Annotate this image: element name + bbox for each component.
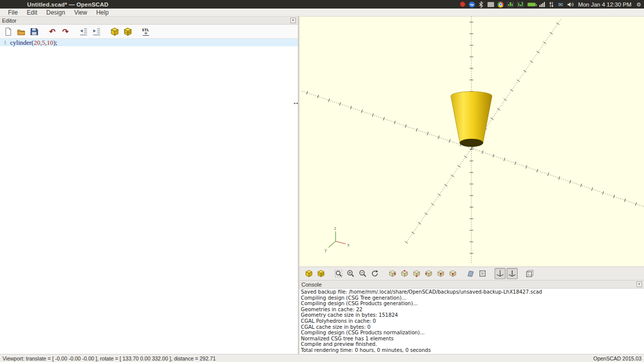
y-axis-label: y — [325, 248, 327, 252]
view-bottom-button[interactable] — [411, 268, 422, 279]
system-monitor-icon[interactable] — [507, 2, 514, 7]
messaging-icon[interactable]: ✉ — [558, 1, 564, 8]
menu-view[interactable]: View — [69, 9, 92, 16]
export-stl-icon: STL — [141, 27, 151, 36]
preview-cube-icon — [110, 27, 119, 36]
unindent-button[interactable] — [77, 26, 90, 38]
render-view-button[interactable] — [315, 268, 327, 279]
view-left-button[interactable] — [423, 268, 434, 279]
3d-viewport[interactable]: z x y — [299, 17, 644, 266]
magnifier-plus-icon — [347, 269, 355, 278]
show-scale-markers-button[interactable] — [507, 268, 518, 279]
menu-edit[interactable]: Edit — [22, 9, 42, 16]
surfaces-icon — [466, 269, 474, 278]
show-wireframe-button[interactable] — [477, 268, 488, 279]
view-left-icon — [425, 269, 433, 278]
console-line: Geometry cache size in bytes: 151824 — [301, 312, 643, 318]
viewport-status-text: Viewport: translate = [ -0.00 -0.00 -0.0… — [3, 355, 216, 361]
x-axis-label: x — [347, 243, 350, 247]
view-back-icon — [449, 269, 457, 278]
zoom-in-button[interactable] — [345, 268, 356, 279]
save-floppy-icon — [30, 27, 39, 36]
view-back-button[interactable] — [447, 268, 458, 279]
console-line: Total rendering time: 0 hours, 0 minutes… — [301, 347, 643, 353]
redo-button[interactable]: ↷ — [59, 26, 71, 38]
system-panel: Untitled.scad* — OpenSCAD hp ✉ Mon Jan 4… — [0, 0, 644, 9]
show-crosshairs-button[interactable] — [495, 268, 506, 279]
system-tray: hp ✉ Mon Jan 4 12:30 PM ⚙ — [460, 1, 644, 8]
editor-titlebar: Editor × — [0, 17, 298, 25]
line-number: 1 — [0, 39, 9, 46]
network-updown-icon[interactable] — [548, 1, 554, 8]
view-top-icon — [400, 269, 409, 278]
show-surfaces-button[interactable] — [465, 268, 476, 279]
hp-logo-icon[interactable]: hp — [469, 2, 475, 8]
zoom-all-button[interactable] — [333, 268, 344, 279]
console-line: Normalized CSG tree has 1 elements — [301, 336, 643, 342]
menu-bar: File Edit Design View Help — [0, 9, 644, 17]
recording-indicator-icon[interactable] — [460, 2, 465, 7]
view-right-icon — [388, 269, 396, 278]
editor-title: Editor — [2, 18, 17, 24]
console-line: Saved backup file: /home/mm/.local/share… — [301, 289, 643, 295]
code-text: cylinder(20,5,10); — [9, 39, 57, 46]
view-top-button[interactable] — [399, 268, 410, 279]
console-line: Compiling design (CSG Products normaliza… — [301, 330, 643, 336]
session-gear-icon[interactable]: ⚙ — [636, 1, 641, 8]
console-title: Console — [301, 282, 321, 288]
network-monitor-icon[interactable] — [517, 2, 524, 7]
status-bar: Viewport: translate = [ -0.00 -0.00 -0.0… — [0, 354, 644, 362]
volume-icon[interactable] — [567, 1, 574, 8]
preview-view-button[interactable] — [303, 268, 314, 279]
code-editor[interactable]: 1 cylinder(20,5,10); — [0, 39, 298, 354]
editor-pane: Editor × ↶ ↷ — [0, 17, 298, 354]
orientation-indicator — [329, 231, 346, 247]
indent-button[interactable] — [91, 26, 103, 38]
unindent-icon — [79, 27, 88, 36]
new-file-button[interactable] — [2, 26, 14, 38]
magnifier-minus-icon — [359, 269, 367, 278]
crosshairs-icon — [496, 269, 504, 278]
render-cube-icon — [317, 269, 325, 278]
console-line: Geometries in cache: 22 — [301, 307, 643, 313]
save-button[interactable] — [28, 26, 40, 38]
clock[interactable]: Mon Jan 4 12:30 PM — [577, 2, 632, 8]
battery-icon[interactable] — [527, 3, 536, 7]
signal-strength-icon[interactable] — [539, 1, 545, 8]
console-log[interactable]: Saved backup file: /home/mm/.local/share… — [299, 289, 644, 354]
indent-icon — [92, 27, 101, 36]
console-line: Compiling design (CSG Tree generation)..… — [301, 295, 643, 301]
scale-markers-icon — [508, 269, 516, 278]
render-button[interactable] — [122, 26, 134, 38]
menu-file[interactable]: File — [0, 9, 22, 16]
view-right-button[interactable] — [387, 268, 398, 279]
export-stl-button[interactable]: STL — [140, 26, 152, 38]
cone-model — [451, 92, 492, 147]
open-file-button[interactable] — [15, 26, 27, 38]
console-line: CGAL Polyhedrons in cache: 0 — [301, 318, 643, 324]
zoom-out-button[interactable] — [357, 268, 368, 279]
preview-button[interactable] — [109, 26, 121, 38]
bluetooth-icon[interactable] — [478, 1, 484, 8]
app-version-text: OpenSCAD 2015.03 — [593, 355, 641, 361]
desktop: Untitled.scad* — OpenSCAD hp ✉ Mon Jan 4… — [0, 0, 644, 362]
orthogonal-icon — [526, 269, 534, 278]
right-pane: z x y — [299, 17, 644, 354]
menu-design[interactable]: Design — [42, 9, 69, 16]
open-folder-icon — [17, 27, 26, 36]
view-front-button[interactable] — [435, 268, 446, 279]
editor-close-button[interactable]: × — [290, 18, 296, 23]
orthogonal-view-button[interactable] — [524, 268, 535, 279]
reset-view-button[interactable] — [369, 268, 380, 279]
new-file-icon — [4, 27, 13, 36]
wireframe-icon — [478, 269, 487, 278]
menu-help[interactable]: Help — [92, 9, 113, 16]
console-close-button[interactable]: × — [636, 282, 642, 287]
keyboard-indicator-icon[interactable] — [488, 2, 494, 7]
view-bottom-icon — [413, 269, 421, 278]
chromium-icon[interactable] — [498, 2, 504, 8]
console-line: Compiling design (CSG Products generatio… — [301, 301, 643, 307]
main-area: Editor × ↶ ↷ — [0, 17, 644, 354]
code-line[interactable]: 1 cylinder(20,5,10); — [0, 39, 298, 46]
undo-button[interactable]: ↶ — [46, 26, 58, 38]
